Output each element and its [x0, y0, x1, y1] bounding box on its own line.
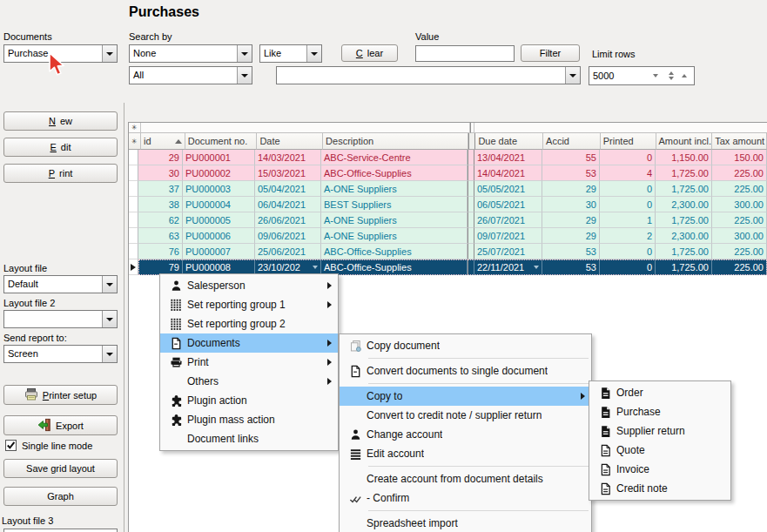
- cell-due-date[interactable]: 09/07/2021: [474, 228, 542, 244]
- cell-date[interactable]: 06/04/2021: [255, 197, 321, 212]
- table-row[interactable]: 30PU00000215/03/2021ABC-Office-Supplies1…: [129, 165, 767, 181]
- menu-item-document-links[interactable]: Document links: [160, 429, 338, 448]
- cell-id[interactable]: 29: [138, 150, 183, 165]
- filter-value-combobox[interactable]: [276, 66, 581, 84]
- cell-due-date[interactable]: 25/07/2021: [474, 244, 542, 259]
- cell-description[interactable]: A-ONE Suppliers: [321, 228, 468, 244]
- chevron-up-icon[interactable]: [682, 74, 687, 77]
- table-row[interactable]: 63PU00000609/06/2021A-ONE Suppliers09/07…: [129, 228, 767, 244]
- cell-description[interactable]: ABC-Service-Centre: [321, 150, 468, 165]
- cell-printed[interactable]: 0: [600, 150, 656, 165]
- limit-rows-spinner[interactable]: 5000: [589, 66, 695, 85]
- cell-id[interactable]: 30: [138, 165, 183, 181]
- chevron-down-icon[interactable]: [102, 276, 117, 293]
- cell-accid[interactable]: 30: [542, 197, 600, 212]
- menu-item-create-account-from-document-details[interactable]: Create account from document details: [340, 469, 591, 488]
- value-input[interactable]: [415, 45, 515, 62]
- cell-due-date[interactable]: 06/05/2021: [474, 197, 542, 212]
- chevron-down-icon[interactable]: [237, 67, 252, 84]
- cell-tax-amount[interactable]: 225.00: [712, 181, 767, 197]
- cell-accid[interactable]: 29: [542, 212, 600, 228]
- cell-accid[interactable]: 29: [542, 228, 600, 244]
- column-header-due-date[interactable]: Due date: [475, 133, 543, 150]
- menu-item-order[interactable]: Order: [589, 383, 730, 402]
- column-header-tax-amount[interactable]: Tax amount: [712, 133, 767, 150]
- menu-item-set-reporting-group-2[interactable]: Set reporting group 2: [160, 314, 338, 333]
- menu-item-invoice[interactable]: Invoice: [589, 460, 730, 479]
- cell-amount-incl[interactable]: 1,725.00: [656, 165, 712, 181]
- cell-accid[interactable]: 29: [542, 181, 600, 197]
- menu-item-edit-account[interactable]: Edit account: [340, 444, 591, 463]
- cell-amount-incl[interactable]: 1,725.00: [656, 259, 712, 275]
- layout-file3-combobox[interactable]: [3, 529, 118, 532]
- chevron-down-icon[interactable]: [102, 311, 117, 327]
- cell-description[interactable]: ABC-Office-Supplies: [321, 259, 468, 275]
- column-header-printed[interactable]: Printed: [601, 133, 656, 150]
- printer-setup-button[interactable]: Printer setup: [3, 385, 118, 405]
- cell-tax-amount[interactable]: 300.00: [712, 228, 767, 244]
- cell-document-no[interactable]: PU000003: [183, 181, 255, 197]
- single-line-mode-checkbox[interactable]: [5, 440, 17, 451]
- chevron-down-icon[interactable]: [653, 74, 658, 77]
- cell-amount-incl[interactable]: 1,725.00: [656, 212, 712, 228]
- cell-amount-incl[interactable]: 1,150.00: [656, 150, 712, 165]
- cell-amount-incl[interactable]: 2,300.00: [656, 197, 712, 212]
- cell-tax-amount[interactable]: 225.00: [712, 212, 767, 228]
- menu-item-spreadsheet-import[interactable]: Spreadsheet import: [340, 514, 591, 532]
- chevron-down-icon[interactable]: [306, 45, 321, 62]
- cell-document-no[interactable]: PU000007: [183, 244, 255, 259]
- table-row[interactable]: 76PU00000725/06/2021ABC-Office-Supplies2…: [129, 244, 767, 259]
- layout-file2-combobox[interactable]: [3, 310, 118, 328]
- cell-accid[interactable]: 53: [542, 244, 600, 259]
- cell-printed[interactable]: 1: [600, 212, 656, 228]
- menu-item-change-account[interactable]: Change account: [340, 425, 591, 444]
- frozen-pane-splitter[interactable]: [468, 133, 475, 150]
- layout-file-combobox[interactable]: Default: [3, 275, 118, 293]
- cell-printed[interactable]: 0: [600, 197, 656, 212]
- cell-description[interactable]: ABC-Office-Supplies: [321, 165, 468, 181]
- menu-item-convert-documents-to-single-document[interactable]: Convert documents to single document: [340, 361, 591, 380]
- cell-dropdown-icon[interactable]: [534, 266, 539, 269]
- graph-button[interactable]: Graph: [3, 487, 118, 506]
- cell-tax-amount[interactable]: 225.00: [712, 259, 767, 275]
- cell-printed[interactable]: 0: [600, 244, 656, 259]
- edit-button[interactable]: Edit: [3, 138, 118, 157]
- cell-date[interactable]: 26/06/2021: [255, 212, 321, 228]
- chevron-down-icon[interactable]: [237, 45, 252, 62]
- column-header-accid[interactable]: Accid: [543, 133, 601, 150]
- cell-date[interactable]: 09/06/2021: [255, 228, 321, 244]
- cell-due-date[interactable]: 22/11/2021: [474, 259, 542, 275]
- table-row[interactable]: 62PU00000526/06/2021A-ONE Suppliers26/07…: [129, 212, 767, 228]
- print-button[interactable]: Print: [3, 164, 118, 183]
- cell-date[interactable]: 15/03/2021: [255, 165, 321, 181]
- cell-description[interactable]: ABC-Office-Supplies: [321, 244, 468, 259]
- cell-id[interactable]: 38: [138, 197, 183, 212]
- chevron-down-icon[interactable]: [565, 67, 580, 84]
- cell-id[interactable]: 63: [138, 228, 183, 244]
- cell-amount-incl[interactable]: 1,725.00: [656, 244, 712, 259]
- cell-printed[interactable]: 2: [600, 228, 656, 244]
- menu-item-others[interactable]: Others: [160, 372, 338, 391]
- cell-amount-incl[interactable]: 1,725.00: [656, 181, 712, 197]
- cell-description[interactable]: A-ONE Suppliers: [321, 181, 468, 197]
- cell-printed[interactable]: 0: [600, 259, 656, 275]
- match-combobox[interactable]: Like: [259, 44, 322, 63]
- cell-due-date[interactable]: 26/07/2021: [474, 212, 542, 228]
- chevron-down-icon[interactable]: [102, 346, 117, 362]
- cell-accid[interactable]: 53: [542, 165, 600, 181]
- cell-date[interactable]: 25/06/2021: [255, 244, 321, 259]
- table-row[interactable]: 38PU00000406/04/2021BEST Suppliers06/05/…: [129, 197, 767, 212]
- panel-splitter[interactable]: [124, 103, 124, 532]
- cell-printed[interactable]: 4: [600, 165, 656, 181]
- column-header-description[interactable]: Description: [323, 133, 468, 150]
- cell-document-no[interactable]: PU000006: [183, 228, 255, 244]
- spin-updown-icon[interactable]: [669, 71, 674, 80]
- save-grid-layout-button[interactable]: Save grid layout: [3, 459, 118, 478]
- search-by-combobox[interactable]: None: [129, 44, 252, 63]
- chevron-down-icon[interactable]: [102, 45, 117, 62]
- cell-id[interactable]: 37: [138, 181, 183, 197]
- menu-item-plugin-mass-action[interactable]: Plugin mass action: [160, 410, 338, 429]
- new-button[interactable]: New: [3, 111, 118, 131]
- cell-id[interactable]: 76: [138, 244, 183, 259]
- cell-printed[interactable]: 0: [600, 181, 656, 197]
